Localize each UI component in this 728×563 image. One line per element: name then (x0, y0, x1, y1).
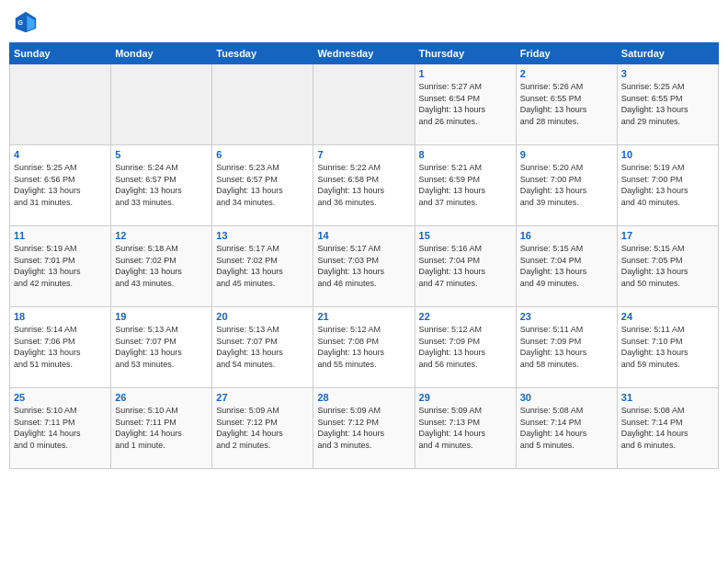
calendar-day: 29Sunrise: 5:09 AM Sunset: 7:13 PM Dayli… (415, 388, 516, 469)
day-number: 1 (419, 68, 512, 79)
day-number: 27 (216, 392, 309, 403)
calendar-day: 23Sunrise: 5:11 AM Sunset: 7:09 PM Dayli… (516, 307, 617, 388)
day-info: Sunrise: 5:16 AM Sunset: 7:04 PM Dayligh… (419, 243, 512, 289)
calendar-table: SundayMondayTuesdayWednesdayThursdayFrid… (9, 42, 719, 469)
day-info: Sunrise: 5:08 AM Sunset: 7:14 PM Dayligh… (520, 405, 613, 451)
day-info: Sunrise: 5:10 AM Sunset: 7:11 PM Dayligh… (115, 405, 208, 451)
day-info: Sunrise: 5:19 AM Sunset: 7:00 PM Dayligh… (621, 162, 714, 208)
calendar-day: 18Sunrise: 5:14 AM Sunset: 7:06 PM Dayli… (10, 307, 111, 388)
day-info: Sunrise: 5:12 AM Sunset: 7:09 PM Dayligh… (419, 324, 512, 370)
day-info: Sunrise: 5:19 AM Sunset: 7:01 PM Dayligh… (14, 243, 107, 289)
day-info: Sunrise: 5:17 AM Sunset: 7:02 PM Dayligh… (216, 243, 309, 289)
calendar-day: 21Sunrise: 5:12 AM Sunset: 7:08 PM Dayli… (313, 307, 415, 388)
day-info: Sunrise: 5:14 AM Sunset: 7:06 PM Dayligh… (14, 324, 107, 370)
day-number: 4 (14, 149, 107, 160)
day-number: 10 (621, 149, 714, 160)
weekday-header: Saturday (617, 43, 718, 64)
calendar-day: 12Sunrise: 5:18 AM Sunset: 7:02 PM Dayli… (111, 226, 212, 307)
day-number: 9 (520, 149, 613, 160)
calendar-day: 6Sunrise: 5:23 AM Sunset: 6:57 PM Daylig… (212, 145, 313, 226)
day-number: 16 (520, 230, 613, 241)
calendar-week: 25Sunrise: 5:10 AM Sunset: 7:11 PM Dayli… (10, 388, 719, 469)
calendar-day: 11Sunrise: 5:19 AM Sunset: 7:01 PM Dayli… (10, 226, 111, 307)
day-info: Sunrise: 5:13 AM Sunset: 7:07 PM Dayligh… (115, 324, 208, 370)
weekday-header: Tuesday (212, 43, 313, 64)
day-number: 17 (621, 230, 714, 241)
day-number: 14 (317, 230, 410, 241)
day-number: 18 (14, 311, 107, 322)
day-number: 28 (317, 392, 410, 403)
calendar-day: 28Sunrise: 5:09 AM Sunset: 7:12 PM Dayli… (313, 388, 415, 469)
day-info: Sunrise: 5:27 AM Sunset: 6:54 PM Dayligh… (419, 81, 512, 127)
day-info: Sunrise: 5:11 AM Sunset: 7:10 PM Dayligh… (621, 324, 714, 370)
calendar-day: 17Sunrise: 5:15 AM Sunset: 7:05 PM Dayli… (617, 226, 718, 307)
day-number: 24 (621, 311, 714, 322)
day-info: Sunrise: 5:09 AM Sunset: 7:12 PM Dayligh… (216, 405, 309, 451)
calendar-week: 1Sunrise: 5:27 AM Sunset: 6:54 PM Daylig… (10, 64, 719, 145)
day-info: Sunrise: 5:13 AM Sunset: 7:07 PM Dayligh… (216, 324, 309, 370)
day-info: Sunrise: 5:24 AM Sunset: 6:57 PM Dayligh… (115, 162, 208, 208)
day-info: Sunrise: 5:12 AM Sunset: 7:08 PM Dayligh… (317, 324, 410, 370)
weekday-header: Wednesday (313, 43, 415, 64)
calendar-week: 4Sunrise: 5:25 AM Sunset: 6:56 PM Daylig… (10, 145, 719, 226)
day-info: Sunrise: 5:15 AM Sunset: 7:05 PM Dayligh… (621, 243, 714, 289)
day-number: 19 (115, 311, 208, 322)
calendar-day: 13Sunrise: 5:17 AM Sunset: 7:02 PM Dayli… (212, 226, 313, 307)
day-info: Sunrise: 5:08 AM Sunset: 7:14 PM Dayligh… (621, 405, 714, 451)
day-info: Sunrise: 5:10 AM Sunset: 7:11 PM Dayligh… (14, 405, 107, 451)
calendar-day: 30Sunrise: 5:08 AM Sunset: 7:14 PM Dayli… (516, 388, 617, 469)
calendar-day: 24Sunrise: 5:11 AM Sunset: 7:10 PM Dayli… (617, 307, 718, 388)
calendar-day: 10Sunrise: 5:19 AM Sunset: 7:00 PM Dayli… (617, 145, 718, 226)
calendar-day: 15Sunrise: 5:16 AM Sunset: 7:04 PM Dayli… (415, 226, 516, 307)
day-info: Sunrise: 5:09 AM Sunset: 7:13 PM Dayligh… (419, 405, 512, 451)
day-info: Sunrise: 5:15 AM Sunset: 7:04 PM Dayligh… (520, 243, 613, 289)
calendar-day: 22Sunrise: 5:12 AM Sunset: 7:09 PM Dayli… (415, 307, 516, 388)
day-number: 11 (14, 230, 107, 241)
day-info: Sunrise: 5:22 AM Sunset: 6:58 PM Dayligh… (317, 162, 410, 208)
header-row: SundayMondayTuesdayWednesdayThursdayFrid… (10, 43, 719, 64)
calendar-day: 19Sunrise: 5:13 AM Sunset: 7:07 PM Dayli… (111, 307, 212, 388)
day-info: Sunrise: 5:11 AM Sunset: 7:09 PM Dayligh… (520, 324, 613, 370)
calendar-day: 8Sunrise: 5:21 AM Sunset: 6:59 PM Daylig… (415, 145, 516, 226)
logo-icon: G (13, 9, 39, 35)
day-number: 21 (317, 311, 410, 322)
day-number: 25 (14, 392, 107, 403)
calendar-day: 20Sunrise: 5:13 AM Sunset: 7:07 PM Dayli… (212, 307, 313, 388)
calendar-day: 27Sunrise: 5:09 AM Sunset: 7:12 PM Dayli… (212, 388, 313, 469)
weekday-header: Sunday (10, 43, 111, 64)
calendar-week: 11Sunrise: 5:19 AM Sunset: 7:01 PM Dayli… (10, 226, 719, 307)
calendar-day: 3Sunrise: 5:25 AM Sunset: 6:55 PM Daylig… (617, 64, 718, 145)
day-number: 31 (621, 392, 714, 403)
calendar-day: 2Sunrise: 5:26 AM Sunset: 6:55 PM Daylig… (516, 64, 617, 145)
logo: G (13, 9, 42, 35)
day-info: Sunrise: 5:09 AM Sunset: 7:12 PM Dayligh… (317, 405, 410, 451)
day-number: 23 (520, 311, 613, 322)
day-info: Sunrise: 5:25 AM Sunset: 6:56 PM Dayligh… (14, 162, 107, 208)
day-number: 13 (216, 230, 309, 241)
day-number: 6 (216, 149, 309, 160)
calendar-day (313, 64, 415, 145)
weekday-header: Thursday (415, 43, 516, 64)
day-number: 8 (419, 149, 512, 160)
day-number: 26 (115, 392, 208, 403)
calendar-day: 14Sunrise: 5:17 AM Sunset: 7:03 PM Dayli… (313, 226, 415, 307)
weekday-header: Monday (111, 43, 212, 64)
day-number: 12 (115, 230, 208, 241)
day-number: 5 (115, 149, 208, 160)
day-number: 22 (419, 311, 512, 322)
calendar-day: 4Sunrise: 5:25 AM Sunset: 6:56 PM Daylig… (10, 145, 111, 226)
calendar-day: 31Sunrise: 5:08 AM Sunset: 7:14 PM Dayli… (617, 388, 718, 469)
day-info: Sunrise: 5:26 AM Sunset: 6:55 PM Dayligh… (520, 81, 613, 127)
day-number: 20 (216, 311, 309, 322)
day-number: 2 (520, 68, 613, 79)
day-number: 7 (317, 149, 410, 160)
calendar-day: 7Sunrise: 5:22 AM Sunset: 6:58 PM Daylig… (313, 145, 415, 226)
day-info: Sunrise: 5:17 AM Sunset: 7:03 PM Dayligh… (317, 243, 410, 289)
calendar-day (111, 64, 212, 145)
day-number: 15 (419, 230, 512, 241)
calendar-day: 16Sunrise: 5:15 AM Sunset: 7:04 PM Dayli… (516, 226, 617, 307)
calendar-header: G (9, 9, 719, 35)
svg-text:G: G (18, 19, 24, 26)
day-info: Sunrise: 5:23 AM Sunset: 6:57 PM Dayligh… (216, 162, 309, 208)
day-info: Sunrise: 5:18 AM Sunset: 7:02 PM Dayligh… (115, 243, 208, 289)
